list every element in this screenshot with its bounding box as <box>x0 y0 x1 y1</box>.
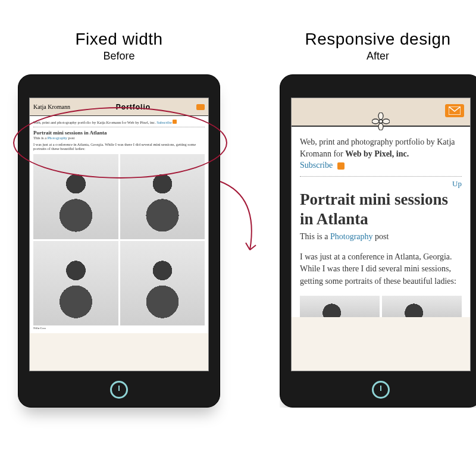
subscribe-link[interactable]: Subscribe <box>156 120 172 124</box>
portfolio-title: Portfolio <box>116 103 151 111</box>
portrait-grid <box>33 154 205 325</box>
portrait-photo <box>120 154 205 239</box>
portrait-photo <box>382 296 462 317</box>
logo-text: Katja Kromann <box>33 104 70 110</box>
rss-icon[interactable] <box>337 162 345 170</box>
heading-label: Fixed width <box>75 30 162 49</box>
panel-heading-right: Responsive design After <box>305 30 450 62</box>
body-text: I was just at a conference in Atlanta, G… <box>33 142 205 151</box>
device-right: Web, print and photography portfolio by … <box>280 74 476 408</box>
post-title: Portrait mini sessions in Atlanta <box>300 190 462 228</box>
subheading-label: Before <box>75 50 162 62</box>
divider <box>300 176 462 177</box>
photo-caption: Nilla Cera <box>33 327 205 330</box>
svg-point-3 <box>372 119 379 124</box>
intro-text: Web, print and photography portfolio by … <box>300 136 462 159</box>
power-button-icon[interactable] <box>372 381 390 399</box>
up-link[interactable]: Up <box>300 179 462 189</box>
body-text: I was just at a conference in Atlanta, G… <box>300 251 462 287</box>
site-header: Katja Kromann Portfolio <box>30 98 208 116</box>
subheading-label: After <box>305 50 450 62</box>
panel-responsive: Responsive design After <box>280 30 476 408</box>
subscribe-link[interactable]: Subscribe <box>300 161 333 170</box>
page-body: Web, print and photography portfolio by … <box>292 127 470 317</box>
panel-heading-left: Fixed width Before <box>75 30 162 62</box>
screen-right: Web, print and photography portfolio by … <box>291 98 471 371</box>
portrait-photo <box>33 154 118 239</box>
portrait-grid <box>300 296 462 317</box>
company-name: Web by Pixel, inc. <box>345 149 409 158</box>
svg-point-2 <box>378 123 383 130</box>
category-link[interactable]: Photography <box>330 232 373 241</box>
portrait-photo <box>33 241 118 326</box>
device-left: Katja Kromann Portfolio Web, print and p… <box>18 74 220 408</box>
site-header <box>292 98 470 127</box>
portrait-photo <box>120 241 205 326</box>
mail-icon[interactable] <box>445 104 464 117</box>
category-link[interactable]: Photography <box>48 136 67 140</box>
post-title: Portrait mini sessions in Atlanta <box>33 130 205 136</box>
category-line: This is a Photography post <box>300 232 462 242</box>
rss-icon[interactable] <box>173 120 177 124</box>
screen-left: Katja Kromann Portfolio Web, print and p… <box>29 98 209 371</box>
heading-label: Responsive design <box>305 30 450 49</box>
svg-point-1 <box>383 119 390 124</box>
page-body: Web, print and photography portfolio by … <box>30 116 208 333</box>
intro-text: Web, print and photography portfolio by … <box>33 120 156 124</box>
mail-icon[interactable] <box>196 104 205 110</box>
subscribe-row: Subscribe <box>300 161 462 170</box>
panel-fixed-width: Fixed width Before Katja Kromann Portfol… <box>18 30 220 408</box>
divider <box>33 127 205 127</box>
flower-icon <box>372 112 390 133</box>
category-line: This is a Photography post <box>33 136 205 140</box>
power-button-icon[interactable] <box>110 381 128 399</box>
svg-point-4 <box>379 120 383 123</box>
portrait-photo <box>300 296 380 317</box>
svg-point-0 <box>378 112 383 120</box>
